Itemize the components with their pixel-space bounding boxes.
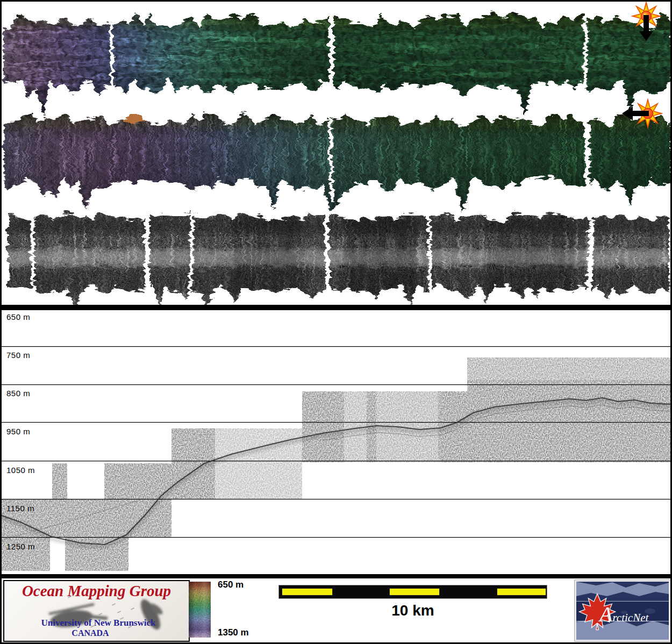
omg-country: CANADA [20, 628, 160, 638]
depth-axis-label: 1150 m [6, 504, 34, 513]
depth-axis-label: 750 m [6, 350, 30, 360]
omg-subtitle: University of New Brunswick [20, 618, 176, 628]
depth-gridline [0, 461, 672, 461]
scale-bar-segment [282, 588, 333, 596]
depth-gridline [0, 537, 672, 538]
swath-data-gap [142, 209, 147, 299]
depth-gridline [0, 384, 672, 385]
seismic-data-blocks [2, 357, 672, 571]
survey-figure: 650 m750 m850 m950 m1050 m1150 m1250 m [0, 0, 672, 644]
swath-data-gap [583, 104, 588, 201]
scale-bar-segment [389, 588, 440, 596]
depth-axis-label: 1250 m [6, 542, 35, 551]
map-scale-bar [278, 585, 547, 599]
scale-bar-label: 10 km [278, 602, 547, 619]
figure-footer: Ocean Mapping Group University of New Br… [0, 578, 672, 642]
bathymetry-strip-sun-north [2, 3, 670, 115]
depth-gridline [0, 422, 672, 423]
colorbar-shallow-label: 650 m [218, 579, 244, 590]
swath-data-gap [426, 209, 429, 299]
ocean-mapping-group-logo: Ocean Mapping Group University of New Br… [3, 580, 190, 642]
omg-title: Ocean Mapping Group [4, 582, 189, 600]
scale-bar-segment [497, 588, 546, 596]
subbottom-profile-panel: 650 m750 m850 m950 m1050 m1150 m1250 m [0, 310, 672, 574]
depth-gridline [0, 346, 672, 347]
depth-gridline [0, 499, 672, 499]
depth-axis-label: 650 m [6, 312, 30, 321]
arcticnet-wordmark: ArcticNet [599, 594, 648, 635]
section-divider-bottom [0, 574, 672, 578]
seismic-light-patch [215, 428, 302, 499]
seismic-light-patch [467, 357, 672, 380]
swath-data-gap [327, 3, 332, 103]
subbottom-profile-plot [0, 310, 672, 574]
bathymetry-strip-sun-west [2, 104, 670, 210]
depth-color-scale [189, 582, 211, 638]
sonar-swath-strips [0, 0, 672, 307]
depth-axis-label: 850 m [6, 389, 30, 398]
depth-axis-label: 950 m [6, 427, 30, 436]
depth-axis-label: 1050 m [6, 466, 35, 475]
backscatter-strip [2, 209, 670, 307]
arcticnet-logo: ArcticNet [574, 579, 671, 642]
colorbar-deep-label: 1350 m [218, 627, 249, 638]
section-divider-top [0, 305, 672, 310]
